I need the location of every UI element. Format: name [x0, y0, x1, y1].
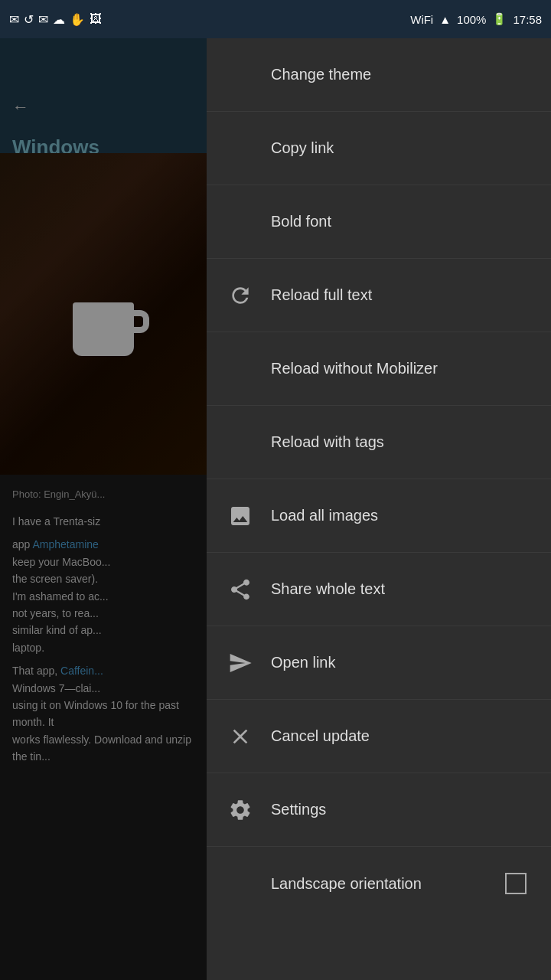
bold-font-label: Bold font: [271, 213, 331, 230]
close-icon: [225, 721, 256, 752]
battery-icon: 🔋: [492, 12, 507, 26]
hand-icon: ✋: [70, 12, 85, 27]
landscape-orientation-label: Landscape orientation: [271, 875, 505, 893]
cloud-icon: ☁: [53, 12, 65, 27]
sync-icon: ↺: [24, 12, 34, 27]
reload-without-mobilizer-label: Reload without Mobilizer: [271, 360, 438, 377]
reload-icon: [225, 280, 256, 311]
context-menu: Change theme Copy link Bold font Reload …: [207, 38, 551, 980]
landscape-checkbox[interactable]: [505, 873, 527, 894]
settings-label: Settings: [271, 801, 326, 818]
menu-item-settings[interactable]: Settings: [207, 773, 551, 847]
menu-item-copy-link[interactable]: Copy link: [207, 112, 551, 185]
menu-item-bold-font[interactable]: Bold font: [207, 185, 551, 259]
change-theme-label: Change theme: [271, 66, 371, 83]
menu-item-landscape-orientation[interactable]: Landscape orientation: [207, 847, 551, 920]
load-all-images-label: Load all images: [271, 507, 378, 524]
wifi-icon: WiFi: [410, 13, 433, 26]
status-icons-left: ✉ ↺ ✉ ☁ ✋ 🖼: [9, 12, 102, 27]
send-icon: [225, 648, 256, 678]
signal-icon: ▲: [439, 13, 451, 26]
open-link-label: Open link: [271, 654, 336, 671]
status-bar: ✉ ↺ ✉ ☁ ✋ 🖼 WiFi ▲ 100% 🔋 17:58: [0, 0, 551, 38]
cancel-update-label: Cancel update: [271, 727, 370, 745]
menu-item-share-whole-text[interactable]: Share whole text: [207, 553, 551, 626]
share-icon: [225, 574, 256, 605]
menu-item-cancel-update[interactable]: Cancel update: [207, 700, 551, 773]
menu-item-reload-full-text[interactable]: Reload full text: [207, 259, 551, 332]
reload-full-text-label: Reload full text: [271, 286, 372, 304]
menu-item-load-all-images[interactable]: Load all images: [207, 479, 551, 553]
menu-item-open-link[interactable]: Open link: [207, 626, 551, 700]
menu-item-reload-with-tags[interactable]: Reload with tags: [207, 406, 551, 479]
image-icon: 🖼: [90, 12, 102, 26]
mail2-icon: ✉: [38, 12, 48, 27]
reload-with-tags-label: Reload with tags: [271, 433, 384, 451]
battery-percent: 100%: [457, 13, 486, 26]
menu-item-change-theme[interactable]: Change theme: [207, 38, 551, 112]
email-icon: ✉: [9, 12, 19, 27]
load-images-icon: [225, 501, 256, 531]
share-whole-text-label: Share whole text: [271, 580, 385, 598]
status-right: WiFi ▲ 100% 🔋 17:58: [410, 12, 542, 26]
copy-link-label: Copy link: [271, 139, 334, 157]
dim-overlay: [0, 0, 207, 980]
time: 17:58: [513, 13, 542, 26]
menu-item-reload-without-mobilizer[interactable]: Reload without Mobilizer: [207, 332, 551, 406]
gear-icon: [225, 795, 256, 825]
